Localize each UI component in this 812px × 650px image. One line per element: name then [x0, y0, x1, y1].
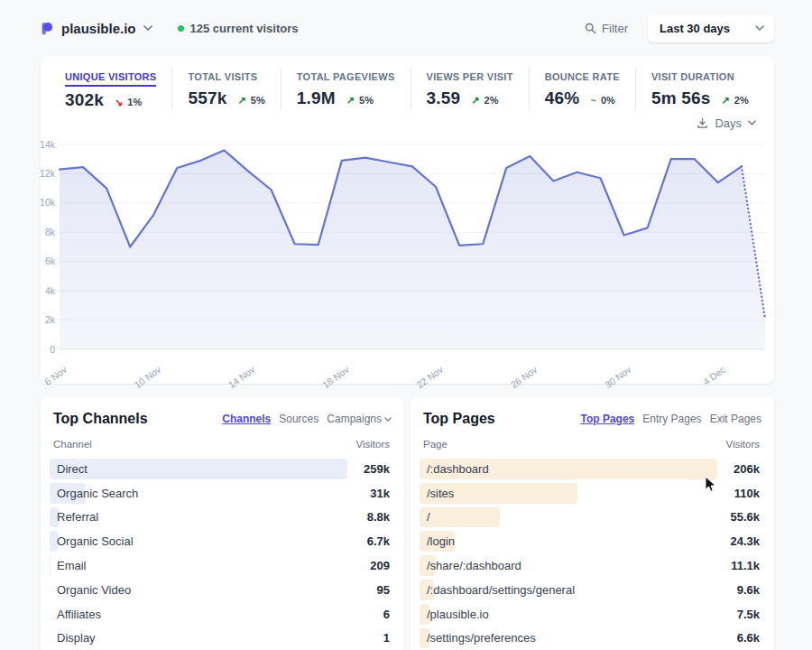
row-label[interactable]: /login — [420, 534, 455, 548]
page-row-[interactable]: /55.6k — [420, 506, 761, 530]
row-visitors: 31k — [370, 487, 392, 500]
page-row-login[interactable]: /login24.3k — [420, 529, 761, 553]
y-axis-tick: 6k — [45, 255, 56, 266]
channel-row-organic-social[interactable]: Organic Social6.7k — [50, 529, 392, 553]
stat-label: VIEWS PER VISIT — [427, 71, 513, 85]
page-row-dashboard-settings-general[interactable]: /:dashboard/settings/general9.6k — [420, 578, 761, 602]
channels-column-header: Channel Visitors — [50, 439, 392, 457]
visitors-chart[interactable]: 02k4k6k8k10k12k14k6 Nov10 Nov14 Nov18 No… — [41, 135, 774, 381]
live-dot-icon — [178, 25, 184, 32]
y-axis-tick: 4k — [45, 285, 56, 296]
stat-visit-duration[interactable]: VISIT DURATION5m 56s↗ 2% — [635, 68, 764, 110]
current-visitors[interactable]: 125 current visitors — [178, 22, 299, 35]
row-visitors: 259k — [364, 462, 392, 476]
chevron-down-icon — [755, 25, 764, 31]
trend-flat-icon: ~ — [590, 95, 595, 106]
row-visitors: 1 — [383, 631, 392, 645]
download-icon[interactable] — [697, 117, 708, 129]
trend-up-icon: ↗ — [471, 95, 479, 106]
page-row-share-dashboard[interactable]: /share/:dashboard11.1k — [420, 553, 761, 578]
row-visitors: 6.6k — [737, 631, 761, 645]
row-label[interactable]: Email — [50, 559, 87, 572]
row-visitors: 206k — [734, 462, 761, 476]
row-visitors: 95 — [377, 583, 392, 597]
channel-row-display[interactable]: Display1 — [50, 627, 392, 650]
page-row-plausible-io[interactable]: /plausible.io7.5k — [420, 602, 761, 627]
tab-channels[interactable]: Channels — [222, 413, 271, 425]
row-visitors: 9.6k — [737, 583, 761, 597]
metric-stats-row: UNIQUE VISITORS302k↘ 1%TOTAL VISITS557k↗… — [41, 68, 774, 110]
date-range-select[interactable]: Last 30 days — [648, 14, 774, 42]
stat-label: TOTAL PAGEVIEWS — [297, 71, 395, 85]
pages-tabs: Top PagesEntry PagesExit Pages — [580, 413, 761, 425]
plausible-logo-icon — [40, 20, 54, 37]
top-pages-card: Top Pages Top PagesEntry PagesExit Pages… — [411, 397, 774, 650]
channel-row-affiliates[interactable]: Affiliates6 — [50, 602, 392, 627]
x-axis-tick: 14 Nov — [226, 363, 258, 390]
row-label[interactable]: Direct — [50, 462, 88, 476]
search-icon — [585, 23, 596, 34]
y-axis-tick: 14k — [40, 139, 56, 150]
chart-area-fill — [60, 150, 765, 349]
x-axis-tick: 18 Nov — [320, 363, 352, 390]
stat-bounce-rate[interactable]: BOUNCE RATE46%~ 0% — [529, 68, 635, 110]
row-bar — [50, 459, 347, 479]
channel-row-organic-search[interactable]: Organic Search31k — [50, 481, 392, 506]
top-channels-card: Top Channels ChannelsSourcesCampaigns Ch… — [41, 397, 404, 650]
row-label[interactable]: / — [420, 510, 430, 524]
row-label[interactable]: Affiliates — [50, 608, 101, 621]
interval-selector[interactable]: Days — [41, 112, 774, 134]
trend-down-icon: ↘ — [115, 97, 123, 107]
row-label[interactable]: /share/:dashboard — [420, 559, 521, 572]
stat-label: TOTAL VISITS — [188, 71, 257, 85]
site-switcher[interactable]: plausible.io — [40, 20, 152, 37]
stat-delta: ↗ 2% — [471, 95, 498, 107]
trend-up-icon: ↗ — [346, 95, 355, 106]
page-row-settings-preferences[interactable]: /settings/preferences6.6k — [420, 627, 761, 650]
row-label[interactable]: Referral — [50, 510, 98, 524]
channel-column-label: Channel — [53, 439, 92, 450]
visitors-column-label: Visitors — [726, 439, 761, 450]
row-label[interactable]: /settings/preferences — [420, 631, 536, 645]
stat-total-pageviews[interactable]: TOTAL PAGEVIEWS1.9M↗ 5% — [281, 68, 411, 110]
row-label[interactable]: /plausible.io — [420, 608, 489, 621]
channel-row-organic-video[interactable]: Organic Video95 — [50, 578, 392, 602]
date-range-value: Last 30 days — [660, 22, 730, 35]
row-visitors: 6.7k — [367, 534, 392, 548]
row-label[interactable]: /:dashboard/settings/general — [420, 583, 575, 597]
y-axis-tick: 10k — [40, 197, 56, 208]
site-name: plausible.io — [61, 21, 136, 36]
filter-button[interactable]: Filter — [585, 22, 628, 35]
interval-label: Days — [715, 116, 742, 130]
tab-top-pages[interactable]: Top Pages — [580, 413, 634, 425]
row-label[interactable]: Organic Social — [50, 534, 134, 548]
tab-exit-pages[interactable]: Exit Pages — [710, 413, 761, 425]
channel-row-email[interactable]: Email209 — [50, 553, 392, 578]
stat-total-visits[interactable]: TOTAL VISITS557k↗ 5% — [171, 68, 280, 110]
row-label[interactable]: Display — [50, 631, 96, 645]
stat-delta: ↗ 5% — [238, 95, 265, 107]
tab-entry-pages[interactable]: Entry Pages — [642, 413, 701, 425]
y-axis-tick: 2k — [45, 314, 56, 325]
channel-row-direct[interactable]: Direct259k — [50, 457, 392, 481]
row-visitors: 24.3k — [730, 534, 761, 548]
page-row-sites[interactable]: /sites110k — [420, 481, 761, 506]
visitors-chart-svg[interactable]: 02k4k6k8k10k12k14k6 Nov10 Nov14 Nov18 No… — [41, 135, 773, 381]
tab-campaigns[interactable]: Campaigns — [327, 413, 392, 425]
tab-sources[interactable]: Sources — [279, 413, 318, 425]
stat-value: 557k — [188, 88, 226, 108]
trend-up-icon: ↗ — [722, 95, 730, 106]
channel-row-referral[interactable]: Referral8.8k — [50, 506, 392, 530]
stat-views-per-visit[interactable]: VIEWS PER VISIT3.59↗ 2% — [411, 68, 529, 110]
stat-delta: ↘ 1% — [115, 97, 142, 108]
y-axis-tick: 8k — [45, 227, 56, 237]
row-visitors: 8.8k — [367, 510, 392, 524]
y-axis-tick: 0 — [50, 344, 55, 355]
row-label[interactable]: /sites — [420, 487, 454, 500]
row-label[interactable]: /:dashboard — [420, 462, 489, 476]
row-label[interactable]: Organic Video — [50, 583, 131, 597]
row-label[interactable]: Organic Search — [50, 487, 138, 500]
chevron-down-icon — [143, 25, 152, 31]
page-row-dashboard[interactable]: /:dashboard206k — [420, 457, 761, 481]
stat-unique-visitors[interactable]: UNIQUE VISITORS302k↘ 1% — [50, 68, 171, 110]
